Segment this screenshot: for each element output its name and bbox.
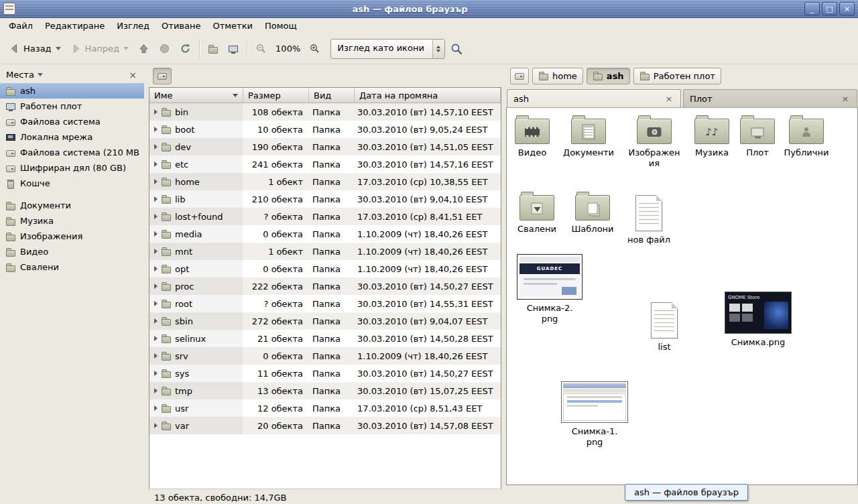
- icon-view-item[interactable]: Публични: [778, 115, 835, 158]
- expander-icon[interactable]: [154, 249, 158, 254]
- sidebar-item[interactable]: ash: [0, 83, 144, 99]
- table-row[interactable]: opt0 обектаПапка1.10.2009 (чт) 18,40,26 …: [149, 260, 501, 277]
- table-row[interactable]: sbin272 обектаПапка30.03.2010 (вт) 9,04,…: [149, 312, 501, 330]
- table-row[interactable]: lib210 обектаПапка30.03.2010 (вт) 9,04,1…: [149, 190, 501, 208]
- sidebar-item[interactable]: Документи: [0, 198, 144, 213]
- menu-item[interactable]: Файл: [3, 19, 39, 33]
- zoom-out-button[interactable]: [251, 38, 271, 60]
- zoom-in-button[interactable]: [304, 38, 325, 60]
- expander-icon[interactable]: [154, 109, 158, 115]
- icon-view-item[interactable]: Шаблони: [564, 191, 621, 235]
- table-row[interactable]: proc222 обектаПапка30.03.2010 (вт) 14,50…: [149, 277, 501, 295]
- pathbar-button[interactable]: home: [532, 68, 583, 84]
- view-mode-select[interactable]: Изглед като икони: [330, 39, 445, 59]
- minimize-button[interactable]: _: [804, 2, 820, 15]
- table-row[interactable]: sys11 обектаПапка30.03.2010 (вт) 14,50,2…: [149, 365, 501, 382]
- pathbar-button[interactable]: ash: [587, 68, 630, 84]
- menu-item[interactable]: Помощ: [259, 19, 303, 33]
- back-button[interactable]: Назад: [4, 38, 66, 60]
- table-row[interactable]: dev190 обектаПапка30.03.2010 (вт) 14,51,…: [149, 138, 501, 155]
- table-row[interactable]: home1 обектПапка17.03.2010 (ср) 10,38,55…: [149, 173, 501, 190]
- table-row[interactable]: mnt1 обектПапка1.10.2009 (чт) 18,40,26 E…: [149, 243, 501, 260]
- computer-button[interactable]: [223, 38, 243, 60]
- chevron-down-icon[interactable]: [56, 47, 61, 50]
- expander-icon[interactable]: [154, 266, 158, 271]
- pane-resize-handle[interactable]: [501, 64, 506, 504]
- expander-icon[interactable]: [154, 388, 158, 393]
- sidebar-item[interactable]: Видео: [0, 244, 144, 259]
- sidebar-item[interactable]: Кошче: [0, 176, 144, 191]
- sidebar-item[interactable]: Музика: [0, 213, 144, 229]
- sidebar-item[interactable]: Свалени: [0, 259, 144, 275]
- sidebar-item[interactable]: Работен плот: [0, 99, 144, 114]
- spinner-icon[interactable]: [432, 40, 444, 58]
- table-row[interactable]: boot10 обектаПапка30.03.2010 (вт) 9,05,2…: [149, 121, 501, 138]
- stop-button[interactable]: [154, 38, 175, 60]
- column-header[interactable]: Име: [149, 88, 243, 103]
- forward-button[interactable]: Напред: [66, 38, 133, 60]
- table-row[interactable]: usr12 обектаПапка17.03.2010 (ср) 8,51,43…: [149, 399, 501, 417]
- sidebar-item[interactable]: Шифриран дял (80 GB): [0, 160, 144, 176]
- expander-icon[interactable]: [154, 336, 158, 341]
- sidebar-item[interactable]: Изображения: [0, 229, 144, 244]
- expander-icon[interactable]: [154, 301, 158, 306]
- pathbar-button[interactable]: [510, 68, 529, 84]
- maximize-button[interactable]: □: [822, 2, 837, 15]
- table-row[interactable]: selinux21 обектаПапка30.03.2010 (вт) 14,…: [149, 330, 501, 347]
- sidebar-item[interactable]: Файлова система (210 MB): [0, 145, 144, 160]
- menu-item[interactable]: Отиване: [156, 19, 206, 33]
- expander-icon[interactable]: [154, 353, 158, 359]
- expander-icon[interactable]: [154, 144, 158, 149]
- sidebar-item[interactable]: Локална мрежа: [0, 129, 144, 145]
- expander-icon[interactable]: [154, 179, 158, 184]
- expander-icon[interactable]: [154, 127, 158, 132]
- search-button[interactable]: [445, 38, 468, 60]
- expander-icon[interactable]: [154, 214, 158, 219]
- column-header[interactable]: Размер: [243, 88, 309, 103]
- table-row[interactable]: tmp13 обектаПапка30.03.2010 (вт) 15,07,2…: [149, 382, 501, 399]
- icon-view-item[interactable]: GUADECСнимка-2. png: [516, 254, 583, 324]
- table-row[interactable]: etc241 обектаПапка30.03.2010 (вт) 14,57,…: [149, 155, 501, 173]
- icon-view-item[interactable]: Снимка-1. png: [560, 381, 629, 447]
- column-header[interactable]: Дата на промяна: [355, 88, 501, 103]
- icon-view-item[interactable]: list: [635, 300, 693, 353]
- expander-icon[interactable]: [154, 196, 158, 202]
- menu-item[interactable]: Редактиране: [39, 19, 111, 33]
- icon-view-item[interactable]: GNOME StoreСнимка.png: [723, 292, 793, 348]
- pathbar-root-button[interactable]: [153, 68, 172, 84]
- pathbar-button[interactable]: Работен плот: [633, 68, 721, 84]
- expander-icon[interactable]: [154, 162, 158, 167]
- expander-icon[interactable]: [154, 284, 158, 289]
- tab-close-icon[interactable]: ×: [664, 93, 674, 104]
- expander-icon[interactable]: [154, 423, 158, 428]
- sidebar-title[interactable]: Места: [6, 70, 34, 80]
- table-row[interactable]: bin108 обектаПапка30.03.2010 (вт) 14,57,…: [149, 103, 501, 121]
- close-button[interactable]: ×: [839, 2, 855, 15]
- icon-view-item[interactable]: Видео: [506, 115, 561, 158]
- expander-icon[interactable]: [154, 231, 158, 237]
- table-row[interactable]: lost+found? обектаПапка17.03.2010 (ср) 8…: [149, 208, 501, 225]
- sidebar-item[interactable]: Файлова система: [0, 114, 144, 129]
- table-row[interactable]: media0 обектаПапка1.10.2009 (чт) 18,40,2…: [149, 225, 501, 243]
- icon-view-item[interactable]: Изображен ия: [627, 115, 681, 168]
- expander-icon[interactable]: [154, 371, 158, 376]
- icon-view-item[interactable]: Документи: [560, 115, 617, 158]
- tab[interactable]: Плот×: [683, 89, 857, 107]
- column-header[interactable]: Вид: [309, 88, 355, 103]
- close-icon[interactable]: ×: [127, 70, 138, 80]
- tab-close-icon[interactable]: ×: [840, 93, 851, 104]
- icon-view-item[interactable]: нов файл: [620, 192, 678, 245]
- reload-button[interactable]: [175, 38, 196, 60]
- table-row[interactable]: var20 обектаПапка30.03.2010 (вт) 14,57,0…: [149, 417, 501, 434]
- table-row[interactable]: root? обектаПапка30.03.2010 (вт) 14,55,3…: [149, 295, 501, 312]
- home-button[interactable]: [203, 38, 223, 60]
- tab[interactable]: ash×: [507, 89, 681, 107]
- menu-item[interactable]: Отметки: [206, 19, 258, 33]
- up-button[interactable]: [133, 38, 154, 60]
- pane-resize-handle[interactable]: [144, 64, 149, 504]
- expander-icon[interactable]: [154, 405, 158, 411]
- icon-view-item[interactable]: Свалени: [508, 191, 566, 235]
- expander-icon[interactable]: [154, 318, 158, 324]
- menu-item[interactable]: Изглед: [111, 19, 156, 33]
- table-row[interactable]: srv0 обектаПапка1.10.2009 (чт) 18,40,26 …: [149, 347, 501, 365]
